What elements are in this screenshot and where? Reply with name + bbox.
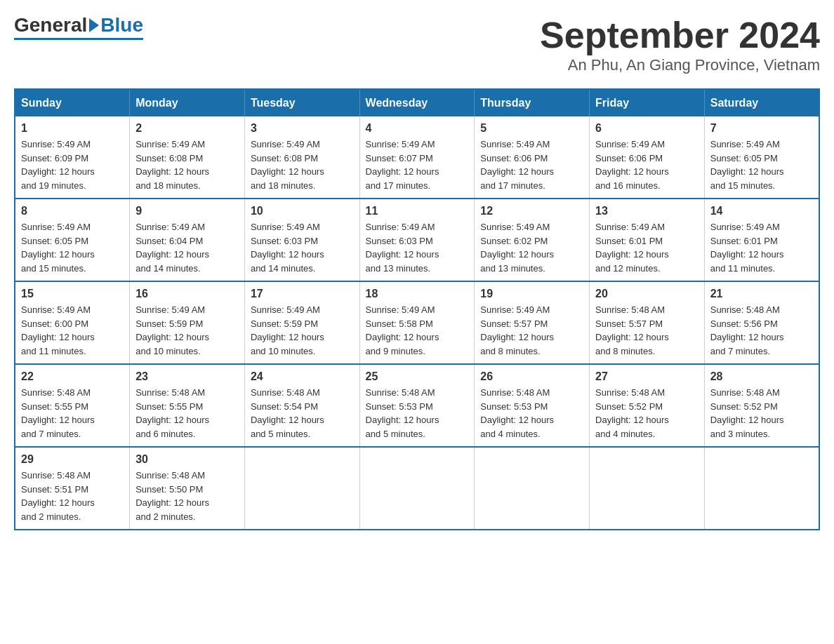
- page-header: General Blue September 2024 An Phu, An G…: [14, 14, 820, 74]
- header-monday: Monday: [130, 89, 245, 116]
- table-row: 1 Sunrise: 5:49 AMSunset: 6:09 PMDayligh…: [15, 116, 130, 199]
- day-number: 28: [710, 370, 813, 383]
- logo: General Blue: [14, 14, 143, 40]
- calendar-week-row: 8 Sunrise: 5:49 AMSunset: 6:05 PMDayligh…: [15, 199, 819, 281]
- day-info: Sunrise: 5:48 AMSunset: 5:52 PMDaylight:…: [595, 387, 669, 439]
- day-number: 25: [366, 370, 469, 383]
- header-thursday: Thursday: [475, 89, 590, 116]
- table-row: 17 Sunrise: 5:49 AMSunset: 5:59 PMDaylig…: [244, 281, 359, 364]
- day-number: 24: [251, 370, 354, 383]
- logo-general-text: General: [14, 14, 87, 36]
- table-row: 28 Sunrise: 5:48 AMSunset: 5:52 PMDaylig…: [704, 364, 819, 447]
- day-info: Sunrise: 5:48 AMSunset: 5:55 PMDaylight:…: [21, 387, 95, 439]
- day-info: Sunrise: 5:49 AMSunset: 6:03 PMDaylight:…: [251, 222, 324, 274]
- day-number: 20: [595, 288, 699, 300]
- day-info: Sunrise: 5:49 AMSunset: 6:07 PMDaylight:…: [366, 139, 439, 191]
- title-section: September 2024 An Phu, An Giang Province…: [540, 14, 820, 74]
- day-number: 14: [710, 205, 813, 217]
- day-number: 30: [135, 453, 239, 466]
- day-info: Sunrise: 5:49 AMSunset: 6:00 PMDaylight:…: [21, 304, 95, 356]
- calendar-week-row: 22 Sunrise: 5:48 AMSunset: 5:55 PMDaylig…: [15, 364, 819, 447]
- calendar-week-row: 15 Sunrise: 5:49 AMSunset: 6:00 PMDaylig…: [15, 281, 819, 364]
- table-row: 29 Sunrise: 5:48 AMSunset: 5:51 PMDaylig…: [15, 447, 130, 530]
- day-number: 17: [251, 288, 354, 300]
- logo-blue-text: Blue: [100, 14, 143, 36]
- header-saturday: Saturday: [704, 89, 819, 116]
- day-number: 12: [480, 205, 583, 217]
- day-info: Sunrise: 5:49 AMSunset: 5:59 PMDaylight:…: [135, 304, 209, 356]
- day-number: 19: [480, 288, 583, 300]
- table-row: 10 Sunrise: 5:49 AMSunset: 6:03 PMDaylig…: [244, 199, 359, 281]
- day-info: Sunrise: 5:49 AMSunset: 6:06 PMDaylight:…: [480, 139, 554, 191]
- day-number: 1: [21, 122, 124, 135]
- table-row: [704, 447, 819, 530]
- calendar-header-row: Sunday Monday Tuesday Wednesday Thursday…: [15, 89, 819, 116]
- day-number: 8: [21, 205, 124, 217]
- day-info: Sunrise: 5:48 AMSunset: 5:53 PMDaylight:…: [366, 387, 439, 439]
- day-info: Sunrise: 5:49 AMSunset: 6:08 PMDaylight:…: [251, 139, 324, 191]
- table-row: [475, 447, 590, 530]
- day-number: 3: [251, 122, 354, 135]
- table-row: 16 Sunrise: 5:49 AMSunset: 5:59 PMDaylig…: [130, 281, 245, 364]
- day-number: 22: [21, 370, 124, 383]
- table-row: 15 Sunrise: 5:49 AMSunset: 6:00 PMDaylig…: [15, 281, 130, 364]
- day-number: 27: [595, 370, 699, 383]
- table-row: 5 Sunrise: 5:49 AMSunset: 6:06 PMDayligh…: [475, 116, 590, 199]
- day-info: Sunrise: 5:49 AMSunset: 6:01 PMDaylight:…: [710, 222, 784, 274]
- day-number: 9: [135, 205, 239, 217]
- day-number: 11: [366, 205, 469, 217]
- day-info: Sunrise: 5:49 AMSunset: 6:04 PMDaylight:…: [135, 222, 209, 274]
- day-info: Sunrise: 5:48 AMSunset: 5:56 PMDaylight:…: [710, 304, 784, 356]
- day-info: Sunrise: 5:48 AMSunset: 5:51 PMDaylight:…: [21, 470, 95, 522]
- header-sunday: Sunday: [15, 89, 130, 116]
- day-number: 16: [135, 288, 239, 300]
- day-info: Sunrise: 5:49 AMSunset: 6:03 PMDaylight:…: [366, 222, 439, 274]
- page-title: September 2024: [540, 14, 820, 56]
- table-row: 14 Sunrise: 5:49 AMSunset: 6:01 PMDaylig…: [704, 199, 819, 281]
- logo-triangle-icon: [89, 18, 99, 32]
- table-row: 22 Sunrise: 5:48 AMSunset: 5:55 PMDaylig…: [15, 364, 130, 447]
- table-row: 13 Sunrise: 5:49 AMSunset: 6:01 PMDaylig…: [590, 199, 705, 281]
- table-row: [244, 447, 359, 530]
- page-subtitle: An Phu, An Giang Province, Vietnam: [540, 56, 820, 74]
- day-info: Sunrise: 5:49 AMSunset: 5:57 PMDaylight:…: [480, 304, 554, 356]
- day-info: Sunrise: 5:49 AMSunset: 5:59 PMDaylight:…: [251, 304, 324, 356]
- table-row: 26 Sunrise: 5:48 AMSunset: 5:53 PMDaylig…: [475, 364, 590, 447]
- header-tuesday: Tuesday: [244, 89, 359, 116]
- day-number: 5: [480, 122, 583, 135]
- day-info: Sunrise: 5:49 AMSunset: 6:08 PMDaylight:…: [135, 139, 209, 191]
- day-number: 2: [135, 122, 239, 135]
- table-row: 6 Sunrise: 5:49 AMSunset: 6:06 PMDayligh…: [590, 116, 705, 199]
- day-info: Sunrise: 5:49 AMSunset: 6:06 PMDaylight:…: [595, 139, 669, 191]
- day-number: 13: [595, 205, 699, 217]
- table-row: 21 Sunrise: 5:48 AMSunset: 5:56 PMDaylig…: [704, 281, 819, 364]
- calendar-week-row: 1 Sunrise: 5:49 AMSunset: 6:09 PMDayligh…: [15, 116, 819, 199]
- table-row: 30 Sunrise: 5:48 AMSunset: 5:50 PMDaylig…: [130, 447, 245, 530]
- table-row: 8 Sunrise: 5:49 AMSunset: 6:05 PMDayligh…: [15, 199, 130, 281]
- day-number: 18: [366, 288, 469, 300]
- day-number: 4: [366, 122, 469, 135]
- table-row: 7 Sunrise: 5:49 AMSunset: 6:05 PMDayligh…: [704, 116, 819, 199]
- table-row: 24 Sunrise: 5:48 AMSunset: 5:54 PMDaylig…: [244, 364, 359, 447]
- day-info: Sunrise: 5:49 AMSunset: 5:58 PMDaylight:…: [366, 304, 439, 356]
- table-row: 12 Sunrise: 5:49 AMSunset: 6:02 PMDaylig…: [475, 199, 590, 281]
- day-info: Sunrise: 5:49 AMSunset: 6:02 PMDaylight:…: [480, 222, 554, 274]
- day-number: 6: [595, 122, 699, 135]
- table-row: [590, 447, 705, 530]
- table-row: 20 Sunrise: 5:48 AMSunset: 5:57 PMDaylig…: [590, 281, 705, 364]
- calendar-table: Sunday Monday Tuesday Wednesday Thursday…: [14, 88, 820, 530]
- table-row: 2 Sunrise: 5:49 AMSunset: 6:08 PMDayligh…: [130, 116, 245, 199]
- day-info: Sunrise: 5:48 AMSunset: 5:50 PMDaylight:…: [135, 470, 209, 522]
- day-number: 15: [21, 288, 124, 300]
- day-number: 23: [135, 370, 239, 383]
- logo-underline: [14, 38, 143, 40]
- day-info: Sunrise: 5:48 AMSunset: 5:57 PMDaylight:…: [595, 304, 669, 356]
- day-number: 7: [710, 122, 813, 135]
- day-number: 26: [480, 370, 583, 383]
- table-row: 19 Sunrise: 5:49 AMSunset: 5:57 PMDaylig…: [475, 281, 590, 364]
- header-wednesday: Wednesday: [359, 89, 475, 116]
- table-row: 9 Sunrise: 5:49 AMSunset: 6:04 PMDayligh…: [130, 199, 245, 281]
- table-row: 27 Sunrise: 5:48 AMSunset: 5:52 PMDaylig…: [590, 364, 705, 447]
- header-friday: Friday: [590, 89, 705, 116]
- table-row: 4 Sunrise: 5:49 AMSunset: 6:07 PMDayligh…: [359, 116, 475, 199]
